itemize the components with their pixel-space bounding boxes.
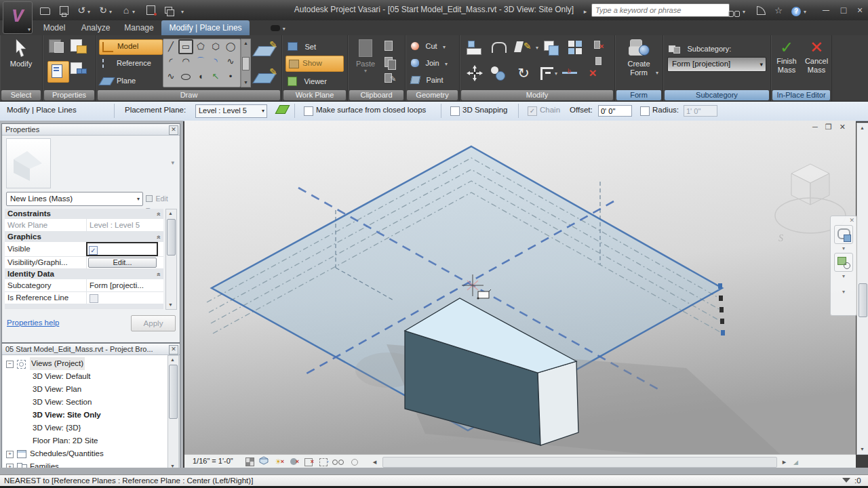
properties-toggle-button[interactable] xyxy=(47,61,69,83)
compass-south-label[interactable]: S xyxy=(778,233,783,243)
tree-item-schedules[interactable]: + Schedules/Quantities xyxy=(3,447,167,460)
scroll-down-arrow[interactable]: ▼ xyxy=(241,79,250,87)
circumscribed-polygon-tool[interactable]: ⬡ xyxy=(208,39,223,54)
tab-manage[interactable]: Manage xyxy=(119,20,159,35)
apply-button[interactable]: Apply xyxy=(131,315,176,331)
property-row-visible[interactable]: Visible ✓ xyxy=(5,242,163,257)
point-element-tool[interactable]: • xyxy=(223,69,238,84)
array-tool[interactable] xyxy=(567,39,586,60)
join-geometry-button[interactable]: Join ▾ xyxy=(411,56,448,68)
user-interface-icon[interactable] xyxy=(71,62,88,80)
scroll-up-arrow[interactable]: ▲ xyxy=(858,124,867,132)
expand-icon[interactable]: + xyxy=(6,451,14,458)
help-dropdown[interactable]: ▾ xyxy=(802,3,808,17)
hscroll-right-arrow[interactable]: ▸ xyxy=(778,456,790,467)
switch-windows-button[interactable] xyxy=(161,3,175,17)
property-row-visibility-graphics[interactable]: Visibility/Graphi... Edit... xyxy=(5,257,163,269)
crop-view-button[interactable]: × xyxy=(302,456,314,467)
edit-type-button[interactable]: Edit Type xyxy=(146,192,178,205)
draw-grid-scrollbar[interactable]: ▲ ▼ xyxy=(241,39,251,87)
navbar-close-icon[interactable]: ✕ xyxy=(831,216,856,224)
open-button[interactable] xyxy=(38,3,52,17)
scroll-thumb[interactable] xyxy=(859,283,867,317)
mass-right-face[interactable] xyxy=(538,361,578,445)
tab-model[interactable]: Model xyxy=(37,20,72,35)
scroll-up-arrow[interactable]: ▲ xyxy=(166,209,175,218)
draw-on-work-plane-button[interactable]: ✎ xyxy=(254,65,278,88)
communication-center-button[interactable] xyxy=(754,3,768,17)
draw-on-face-button[interactable]: ✎ xyxy=(254,39,278,62)
crop-region-visibility-button[interactable]: ◦ xyxy=(317,456,329,467)
family-types-icon[interactable] xyxy=(71,39,88,57)
viewport-vscrollbar[interactable]: ▲ ▼ xyxy=(856,123,868,455)
panel-label-properties[interactable]: Properties xyxy=(44,90,94,100)
make-surface-checkbox[interactable] xyxy=(304,106,313,116)
center-ends-arc-tool[interactable]: ◠ xyxy=(178,54,193,69)
rectangle-tool[interactable]: ▭ xyxy=(178,39,193,54)
line-tool[interactable]: ╱ xyxy=(163,39,178,54)
project-browser-title[interactable]: 05 Start Model_Edit_Mass.rvt - Project B… xyxy=(2,344,180,355)
view-minimize-button[interactable]: ─ xyxy=(812,123,818,131)
export-button[interactable] xyxy=(144,3,157,17)
set-work-plane-button[interactable]: Set xyxy=(288,40,316,52)
redo-dropdown[interactable]: ▾ xyxy=(107,3,114,17)
scroll-thumb[interactable] xyxy=(242,57,250,70)
search-expand-arrow[interactable]: ▸ xyxy=(582,3,589,17)
tree-item-floor-plan-2d-site[interactable]: Floor Plan: 2D Site xyxy=(33,434,167,447)
view-restore-button[interactable]: ❐ xyxy=(825,123,832,131)
offset-input[interactable] xyxy=(598,105,632,117)
tree-item-3d-site-only[interactable]: 3D View: Site Only xyxy=(33,409,167,422)
finish-mass-button[interactable]: ✓ Finish Mass xyxy=(772,38,801,88)
panel-label-in-place-editor[interactable]: In-Place Editor xyxy=(772,90,830,100)
show-placement-plane-button[interactable] xyxy=(275,105,288,115)
panel-label-geometry[interactable]: Geometry xyxy=(407,90,458,100)
pin-tool[interactable] xyxy=(595,56,610,68)
tree-item-3d-section[interactable]: 3D View: Section xyxy=(33,396,167,409)
move-tool[interactable] xyxy=(465,65,484,85)
draw-model-button[interactable]: Model xyxy=(99,39,163,55)
cut-to-clipboard-icon[interactable] xyxy=(384,41,397,52)
tree-item-views[interactable]: − Views (Project) xyxy=(3,357,167,370)
radius-checkbox[interactable] xyxy=(640,106,650,116)
scroll-thumb[interactable] xyxy=(167,219,176,256)
scroll-down-arrow[interactable]: ▼ xyxy=(166,301,175,309)
panel-label-select[interactable]: Select xyxy=(1,90,41,100)
view-scale-button[interactable]: 1/16" = 1'-0" xyxy=(193,457,233,465)
hscroll-left-arrow[interactable]: ◂ xyxy=(369,456,380,467)
viewer-button[interactable]: Viewer xyxy=(288,75,327,87)
pick-lines-tool[interactable]: ↖ xyxy=(208,69,223,84)
navbar-more-dropdown[interactable]: ▾ xyxy=(831,289,856,295)
reveal-hidden-elements-button[interactable] xyxy=(349,456,360,467)
visual-style-button[interactable] xyxy=(258,456,269,467)
detail-level-button[interactable] xyxy=(244,456,256,467)
draw-plane-button[interactable]: Plane xyxy=(99,75,161,89)
rotate-tool[interactable]: ↻ xyxy=(514,64,533,84)
ribbon-display-toggle[interactable]: ▾ xyxy=(266,20,290,35)
show-work-plane-button[interactable]: Show xyxy=(285,56,344,72)
ellipse-tool[interactable] xyxy=(178,69,193,84)
modify-button[interactable]: Modify xyxy=(7,39,35,79)
temporary-hide-isolate-button[interactable] xyxy=(332,456,344,467)
property-row-is-reference-line[interactable]: Is Reference Line xyxy=(5,292,163,304)
properties-help-link[interactable]: Properties help xyxy=(7,319,59,327)
scroll-thumb[interactable] xyxy=(169,365,178,419)
search-input[interactable] xyxy=(591,3,730,17)
properties-sheets-icon[interactable] xyxy=(49,39,66,57)
close-button[interactable]: × xyxy=(853,3,867,17)
close-icon[interactable]: ✕ xyxy=(169,125,178,135)
undo-dropdown[interactable]: ▾ xyxy=(85,3,92,17)
scroll-up-arrow[interactable]: ▲ xyxy=(241,39,250,47)
zoom-dropdown[interactable]: ▾ xyxy=(831,273,856,279)
type-selector-dropdown[interactable]: New Lines (Mass) ▾ xyxy=(6,192,143,206)
cancel-mass-button[interactable]: ✕ Cancel Mass xyxy=(802,38,831,88)
subcategory-dropdown[interactable]: Form [projection] ▾ xyxy=(667,57,766,72)
inscribed-polygon-tool[interactable]: ⬠ xyxy=(193,39,208,54)
circle-tool[interactable]: ◯ xyxy=(223,39,238,54)
trim-dropdown[interactable]: ▾ xyxy=(555,70,557,77)
application-menu-button[interactable]: V ▾ xyxy=(3,1,33,34)
hscroll-thumb[interactable] xyxy=(382,457,777,468)
tree-item-3d-3d[interactable]: 3D View: {3D} xyxy=(33,422,167,434)
fillet-arc-tool[interactable]: ◝ xyxy=(208,54,223,69)
property-row-work-plane[interactable]: Work PlaneLevel : Level 5 xyxy=(5,219,163,232)
visibility-edit-button[interactable]: Edit... xyxy=(88,258,157,268)
